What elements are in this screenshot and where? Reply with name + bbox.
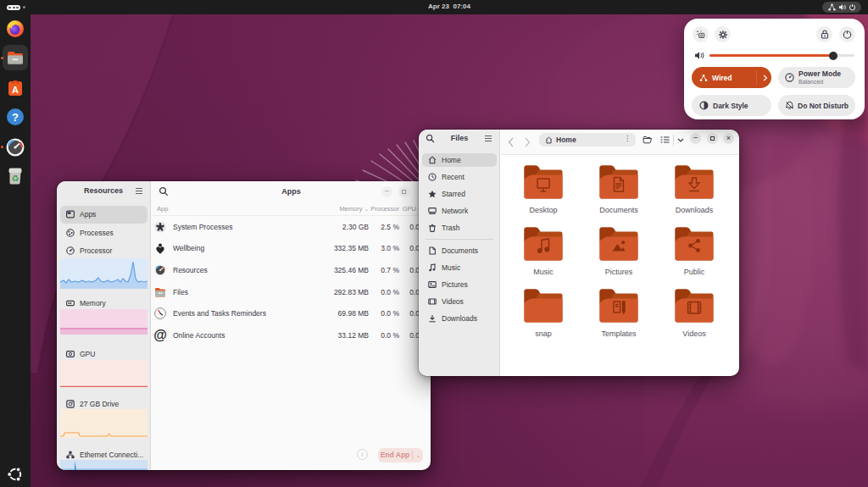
svg-text:A: A: [12, 85, 19, 95]
svg-text:♻: ♻: [12, 174, 19, 183]
svg-text:?: ?: [12, 111, 19, 124]
